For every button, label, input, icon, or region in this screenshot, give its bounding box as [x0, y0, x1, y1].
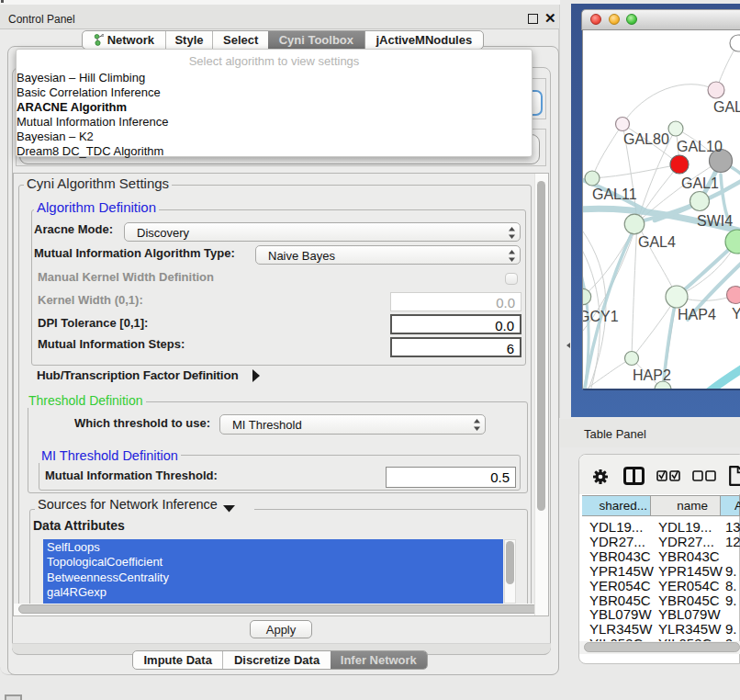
svg-text:GAL11: GAL11: [592, 186, 637, 202]
svg-text:GAL10: GAL10: [677, 139, 723, 154]
svg-text:GAL1: GAL1: [681, 175, 719, 191]
svg-text:GAL4: GAL4: [638, 234, 676, 250]
svg-text:HAP2: HAP2: [633, 367, 671, 383]
svg-text:HAP4: HAP4: [678, 307, 716, 322]
svg-text:SWI4: SWI4: [697, 213, 733, 229]
svg-text:GAL80: GAL80: [623, 131, 669, 147]
svg-text:GCY1: GCY1: [583, 309, 619, 324]
svg-text:GAL2: GAL2: [713, 99, 740, 115]
svg-text:Y: Y: [732, 306, 740, 322]
